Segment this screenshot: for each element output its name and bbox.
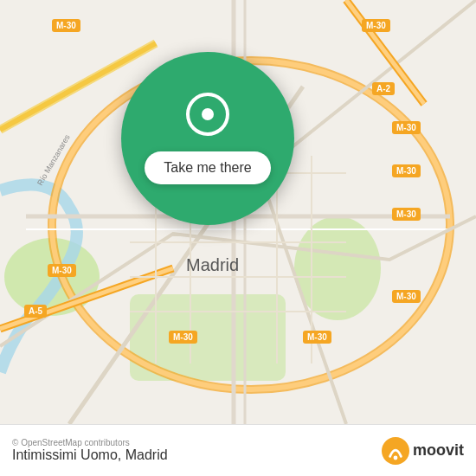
badge-m30-bottom-left: M-30	[169, 331, 197, 344]
moovit-icon	[382, 437, 409, 465]
location-info: © OpenStreetMap contributors Intimissimi…	[12, 438, 168, 463]
svg-point-20	[394, 455, 398, 460]
location-pin	[186, 93, 229, 145]
badge-m30-left: M-30	[48, 264, 76, 277]
bottom-bar: © OpenStreetMap contributors Intimissimi…	[0, 424, 476, 476]
badge-m30-right1: M-30	[392, 121, 421, 134]
badge-m30-top-right: M-30	[362, 19, 390, 32]
badge-m30-right4: M-30	[392, 290, 421, 303]
pin-dot	[202, 108, 214, 120]
city-label: Madrid	[186, 255, 239, 275]
badge-m30-bottom-right: M-30	[303, 331, 331, 344]
badge-a2: A-2	[372, 82, 395, 95]
moovit-text: moovit	[413, 441, 464, 460]
badge-m30-right3: M-30	[392, 208, 421, 221]
location-bubble: Take me there	[121, 52, 294, 225]
location-name: Intimissimi Uomo, Madrid	[12, 447, 168, 463]
pin-circle	[186, 93, 229, 136]
badge-m30-top-left: M-30	[52, 19, 80, 32]
moovit-logo: moovit	[382, 437, 464, 465]
take-me-there-button[interactable]: Take me there	[145, 151, 270, 184]
badge-m30-right2: M-30	[392, 164, 421, 177]
map-container: Río Manzanares M-30 M-30 A-2 M-30 M-30 M…	[0, 0, 476, 424]
copyright-text: © OpenStreetMap contributors	[12, 438, 168, 447]
badge-a5: A-5	[24, 305, 47, 318]
svg-point-2	[294, 216, 381, 320]
